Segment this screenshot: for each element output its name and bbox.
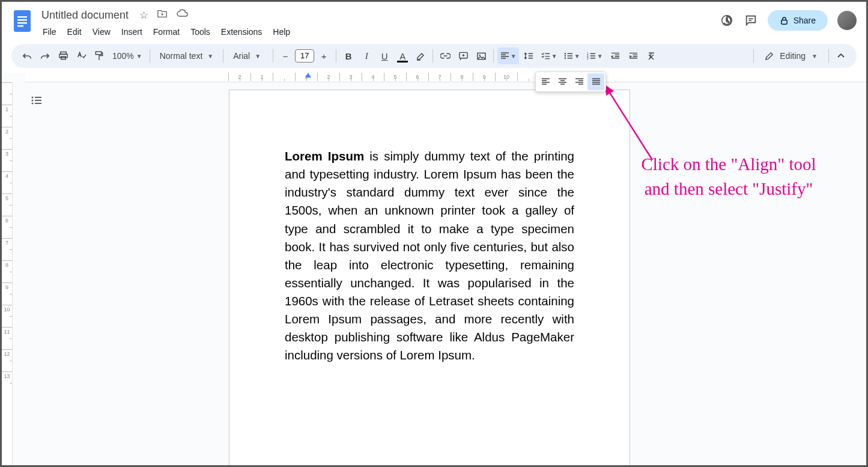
numbered-list-button[interactable]: 123▼: [584, 47, 605, 64]
ruler-tick: 2: [317, 73, 339, 81]
font-value: Arial: [233, 51, 250, 61]
ruler-tick: 3: [339, 73, 362, 81]
move-folder-icon[interactable]: [157, 9, 168, 22]
svg-rect-9: [96, 51, 101, 54]
menu-help[interactable]: Help: [268, 25, 295, 39]
ruler-tick: 4: [2, 171, 12, 194]
clear-format-button[interactable]: [643, 47, 660, 64]
comments-icon[interactable]: [744, 13, 758, 28]
svg-point-20: [32, 100, 34, 102]
paint-format-button[interactable]: [91, 47, 108, 64]
ruler-tick: 9: [473, 73, 495, 81]
share-button[interactable]: Share: [768, 10, 828, 31]
ruler-tick: 13: [2, 371, 12, 394]
comment-button[interactable]: [455, 47, 472, 64]
chevron-down-icon: ▼: [551, 53, 557, 60]
ruler-tick: 12: [2, 349, 12, 371]
share-label: Share: [794, 16, 816, 25]
document-body[interactable]: Lorem Ipsum is simply dummy text of the …: [229, 90, 630, 365]
history-icon[interactable]: [720, 13, 734, 28]
document-page[interactable]: Lorem Ipsum is simply dummy text of the …: [229, 90, 630, 467]
avatar[interactable]: [837, 11, 857, 30]
menu-insert[interactable]: Insert: [117, 25, 147, 39]
style-value: Normal text: [160, 51, 203, 61]
svg-rect-5: [781, 20, 786, 24]
svg-rect-0: [14, 10, 31, 32]
font-select[interactable]: Arial▼: [227, 51, 269, 61]
ruler-tick: 8: [2, 260, 12, 282]
svg-point-21: [32, 103, 34, 105]
svg-text:3: 3: [587, 57, 589, 60]
cloud-status-icon[interactable]: [176, 9, 188, 22]
svg-rect-2: [17, 19, 27, 21]
outline-toggle-button[interactable]: [28, 92, 45, 109]
svg-rect-4: [17, 25, 23, 27]
svg-point-19: [32, 97, 34, 99]
svg-rect-7: [59, 54, 67, 58]
toolbar: 100%▼ Normal text▼ Arial▼ − 17 + B I U A…: [11, 44, 857, 68]
bullet-list-button[interactable]: ▼: [561, 47, 583, 64]
align-button[interactable]: ▼: [497, 47, 519, 64]
horizontal-ruler[interactable]: 21123456789101415: [25, 73, 866, 82]
paragraph-style-select[interactable]: Normal text▼: [154, 51, 219, 61]
bold-button[interactable]: B: [340, 47, 357, 64]
ruler-tick: 10: [495, 73, 517, 81]
image-button[interactable]: [473, 47, 490, 64]
font-size-input[interactable]: 17: [295, 49, 314, 63]
document-title[interactable]: Untitled document: [38, 8, 132, 23]
ruler-tick: 7: [2, 238, 12, 260]
redo-button[interactable]: [37, 47, 53, 64]
svg-rect-3: [17, 22, 27, 24]
zoom-value: 100%: [112, 51, 134, 61]
increase-font-button[interactable]: +: [315, 47, 332, 64]
chevron-down-icon: ▼: [574, 53, 580, 60]
menu-tools[interactable]: Tools: [186, 25, 215, 39]
ruler-tick: 6: [406, 73, 428, 81]
menu-format[interactable]: Format: [148, 25, 184, 39]
link-button[interactable]: [437, 47, 454, 64]
svg-rect-1: [17, 16, 27, 18]
align-dropdown: [535, 72, 606, 92]
underline-button[interactable]: U: [376, 47, 393, 64]
align-left-option[interactable]: [537, 73, 554, 90]
svg-point-15: [564, 58, 565, 59]
increase-indent-button[interactable]: [625, 47, 642, 64]
lock-icon: [780, 16, 789, 25]
ruler-tick: [2, 82, 12, 105]
chevron-down-icon: ▼: [136, 53, 142, 60]
align-center-option[interactable]: [554, 73, 571, 90]
line-spacing-button[interactable]: [520, 47, 537, 64]
indent-marker[interactable]: [305, 73, 311, 78]
decrease-font-button[interactable]: −: [277, 47, 294, 64]
collapse-toolbar-button[interactable]: [833, 47, 849, 64]
align-justify-option[interactable]: [587, 73, 604, 90]
highlight-button[interactable]: [412, 47, 429, 64]
text-color-button[interactable]: A: [394, 47, 411, 64]
zoom-select[interactable]: 100%▼: [109, 51, 146, 61]
ruler-tick: 1: [2, 105, 12, 127]
svg-point-14: [564, 55, 565, 56]
ruler-tick: 2: [228, 73, 250, 81]
print-button[interactable]: [55, 47, 71, 64]
ruler-tick: 8: [451, 73, 473, 81]
star-icon[interactable]: ☆: [139, 9, 148, 22]
menu-bar: File Edit View Insert Format Tools Exten…: [38, 25, 715, 39]
menu-extensions[interactable]: Extensions: [216, 25, 267, 39]
menu-file[interactable]: File: [38, 25, 61, 39]
docs-logo-icon[interactable]: [11, 7, 33, 35]
italic-button[interactable]: I: [358, 47, 375, 64]
ruler-tick: [273, 73, 295, 81]
menu-edit[interactable]: Edit: [62, 25, 86, 39]
chevron-down-icon: ▼: [511, 53, 517, 60]
ruler-tick: 6: [2, 216, 12, 238]
vertical-ruler[interactable]: 12345678910111213: [2, 82, 13, 465]
editing-mode-button[interactable]: Editing ▼: [757, 51, 825, 61]
undo-button[interactable]: [19, 47, 35, 64]
align-right-option[interactable]: [571, 73, 587, 90]
checklist-button[interactable]: ▼: [538, 47, 560, 64]
svg-point-13: [564, 53, 565, 54]
spellcheck-button[interactable]: [73, 47, 90, 64]
decrease-indent-button[interactable]: [607, 47, 624, 64]
menu-view[interactable]: View: [88, 25, 115, 39]
chevron-down-icon: ▼: [597, 53, 603, 60]
